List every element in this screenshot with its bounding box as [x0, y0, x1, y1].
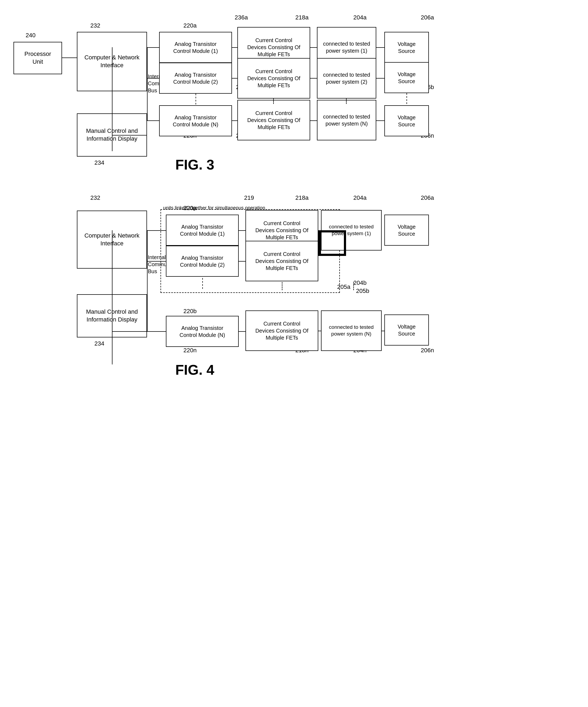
fig4-label-205b: 205b	[356, 288, 369, 295]
vs2-box: VoltageSource	[384, 62, 429, 93]
label-236a: 236a	[235, 14, 248, 21]
vsN-box: VoltageSource	[384, 105, 429, 136]
label-204a: 204a	[353, 14, 367, 21]
dash-3	[346, 99, 346, 104]
fig4-line-vert2	[147, 261, 148, 331]
fig4-line-vert1	[147, 230, 148, 261]
atcm2-box: Analog TransistorControl Module (2)	[159, 63, 232, 94]
fig4-label-220n: 220n	[183, 347, 197, 354]
fig4-label-204b: 204b	[353, 279, 367, 287]
fig4-label-204a: 204a	[353, 194, 367, 201]
thick-vert-1	[318, 230, 321, 255]
fig4-atcm1-box: Analog TransistorControl Module (1)	[166, 214, 239, 246]
line-atcm2-fets2	[232, 78, 237, 78]
dash-1	[195, 94, 196, 104]
fig4-label-206n: 206n	[421, 347, 434, 354]
fig4-vsN-box: VoltageSource	[384, 314, 429, 345]
fig4-line-comp-atcm2	[147, 261, 166, 262]
line-atcmn-fetsn	[232, 121, 237, 121]
atcmn-box: Analog TransistorControl Module (N)	[159, 105, 232, 136]
fig4-line-connN-vsN	[382, 331, 384, 331]
fig3-title: FIG. 3	[175, 157, 214, 173]
thick-horiz-1	[318, 230, 345, 232]
line-proc-comp	[62, 58, 77, 58]
fig4-title: FIG. 4	[175, 362, 214, 378]
fig4-atcmn-box: Analog TransistorControl Module (N)	[166, 316, 239, 347]
fig4-label-232: 232	[90, 194, 100, 201]
label-206a: 206a	[421, 14, 434, 21]
line-fets2-conn2	[310, 78, 317, 78]
fig4-dash-2	[282, 282, 283, 290]
dash-2	[273, 99, 274, 104]
fig4-label-206a: 206a	[421, 194, 434, 201]
line-fetsn-connN	[310, 121, 317, 121]
line-conn1-vs1	[376, 47, 384, 48]
connN-box: connected to testedpower system (N)	[317, 100, 376, 140]
fig4-atcm2-box: Analog TransistorControl Module (2)	[166, 246, 239, 277]
vs1-box: VoltageSource	[384, 32, 429, 63]
line-atcm1-fets1	[232, 47, 237, 48]
line-vert-comp2	[147, 78, 148, 121]
fig4-label-218a: 218a	[295, 194, 308, 201]
fig4-dash-3	[353, 282, 354, 290]
fig4-line-vert-bus	[112, 230, 112, 364]
dash-4	[406, 93, 407, 104]
line-connN-vsN	[376, 121, 384, 121]
label-240: 240	[26, 32, 36, 39]
fig4-dash-1	[202, 278, 203, 289]
thick-vert-2	[344, 230, 346, 256]
line-vert-comp	[147, 47, 148, 78]
fig4-line-fetsn-connN	[318, 331, 321, 331]
fig4-line-atcmn-fetsn	[239, 331, 246, 332]
fig4-label-220b: 220b	[183, 308, 197, 315]
line-comp-atcm1	[147, 47, 159, 48]
fig4-fets2-box: Current ControlDevices Consisting OfMult…	[246, 241, 318, 281]
fig4-line-atcm2-fets2	[239, 261, 246, 262]
fets2-box: Current ControlDevices Consisting OfMult…	[237, 58, 310, 99]
label-218a: 218a	[295, 14, 308, 21]
line-comp-atcm2	[147, 78, 159, 78]
line-conn2-vs2	[376, 78, 384, 78]
fig4-label-205a: 205a	[337, 283, 351, 291]
label-220a: 220a	[183, 22, 197, 29]
processor-unit-box: ProcessorUnit	[13, 42, 62, 74]
fig4-connN-box: connected to tested power system (N)	[321, 310, 382, 351]
fig4-line-horiz-manual	[112, 331, 166, 332]
page: 240 232 ProcessorUnit Computer & Network…	[0, 0, 588, 707]
fig4-label-234: 234	[95, 340, 104, 347]
line-horiz-manual	[112, 135, 147, 136]
fig4-label-219: 219	[244, 194, 254, 201]
label-234: 234	[95, 159, 104, 166]
label-232: 232	[90, 22, 100, 29]
thick-horiz-2	[318, 254, 345, 256]
fig4-fetsn-box: Current ControlDevices Consisting OfMult…	[246, 310, 318, 351]
fig4-vs1-box: VoltageSource	[384, 214, 429, 246]
fig4-line-comp-atcm1	[147, 230, 166, 231]
line-fets1-conn1	[310, 47, 317, 48]
fig4-line-atcm1-fets1	[239, 230, 246, 231]
conn2-box: connected to testedpower system (2)	[317, 58, 376, 99]
line-vert-bus	[112, 47, 112, 151]
line-comp-atcmn	[147, 121, 159, 121]
atcm1-box: Analog TransistorControl Module (1)	[159, 32, 232, 63]
fetsn-box: Current ControlDevices Consisting OfMult…	[237, 100, 310, 140]
